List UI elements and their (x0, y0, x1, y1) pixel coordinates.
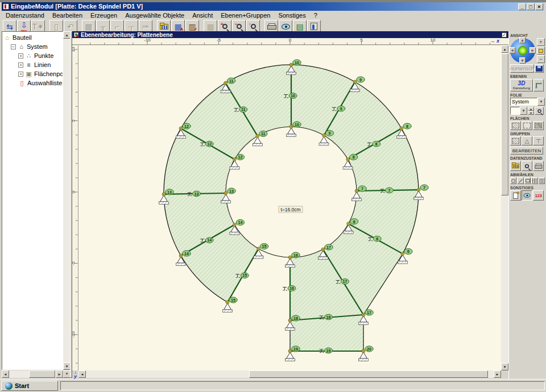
menu-item-7[interactable]: ? (310, 11, 321, 19)
canvas-scroll-left[interactable]: ◄ (78, 370, 86, 378)
zoom-mode-button[interactable] (537, 47, 545, 55)
bearbeiten-button[interactable]: BEARBEITEN (510, 147, 543, 155)
gruppen-lager-button[interactable]: △ (522, 136, 532, 145)
svg-text:6: 6 (407, 249, 410, 253)
node[interactable]: 19 (286, 346, 300, 361)
folie-search-button[interactable] (535, 107, 544, 115)
abwaehlen-punkte-button[interactable] (510, 177, 516, 184)
canvas-title: Ebenenbearbeitung: Plattenebene (81, 32, 173, 38)
pan-right-button[interactable]: ► (530, 47, 536, 53)
svg-text:9: 9 (359, 78, 362, 82)
folie-value[interactable]: System (510, 98, 537, 106)
sonstiges-nummern-button[interactable]: 123 (533, 190, 544, 201)
menu-item-0[interactable]: Datenzustand (2, 11, 48, 19)
ebenen-graph-button[interactable] (533, 79, 544, 91)
menu-item-2[interactable]: Erzeugen (86, 11, 121, 19)
eye-icon (524, 193, 531, 198)
menu-item-1[interactable]: Bearbeiten (48, 11, 86, 19)
zoom-out-panel-button[interactable]: − (537, 55, 545, 63)
canvas-scroll-down[interactable]: ▼ (501, 363, 508, 370)
folie-combobox[interactable]: System ▼ (510, 98, 545, 106)
expand-icon[interactable]: + (18, 72, 23, 77)
tree-hscrollbar[interactable]: ◄ ► (2, 370, 63, 378)
pan-down-button[interactable]: ▼ (519, 57, 526, 64)
svg-text:t=16.0cm: t=16.0cm (280, 207, 300, 212)
expand-icon[interactable]: + (18, 62, 23, 68)
numbers-icon: 123 (535, 193, 542, 198)
folie-spin-up[interactable]: ▲ (528, 107, 534, 111)
expand-icon[interactable]: + (18, 53, 23, 59)
canvas-vscrollbar[interactable]: ▲ ▼ (501, 45, 508, 370)
menu-item-3[interactable]: Ausgewählte Objekte (121, 11, 188, 19)
gruppen-flaeche-button[interactable] (510, 136, 521, 145)
darstellung-3d-button[interactable]: 3D Darstellung (510, 79, 533, 91)
svg-text:18: 18 (326, 315, 331, 319)
view-center-button[interactable] (518, 46, 527, 55)
canvas-area: Ebenenbearbeitung: Plattenebene ✓ -10-50… (72, 31, 508, 378)
abwaehlen-linien-button[interactable] (517, 177, 523, 184)
abwaehlen-raster-button[interactable] (539, 177, 545, 184)
gruppen-traeger-button[interactable]: ⊤ (533, 136, 544, 145)
close-button[interactable]: × (535, 3, 543, 10)
canvas-scroll-up[interactable]: ▲ (501, 45, 508, 53)
drawing-area[interactable]: 6789101112131415161718196677889910101111… (78, 45, 501, 370)
tree-label: System (27, 43, 48, 50)
sonstiges-neue-position-button[interactable]: ✱ (510, 190, 521, 201)
tree-label: Punkte (34, 52, 53, 59)
pan-left-button[interactable]: ◄ (509, 47, 515, 53)
stamp-icon (535, 164, 542, 169)
canvas-hscroll-thumb[interactable] (249, 370, 488, 378)
folie-sub-value[interactable] (510, 107, 520, 115)
folie-dropdown-icon[interactable]: ▼ (537, 98, 545, 106)
folie-sub-dropdown-icon[interactable]: ▼ (520, 107, 527, 115)
disk-icon (536, 66, 543, 72)
section-ebenen: EBENEN (510, 74, 545, 78)
tree-item-bauteil[interactable]: ⌂Bauteil (3, 33, 63, 42)
profil-icon: ⌐ (115, 23, 119, 31)
start-button[interactable]: Start (1, 381, 58, 391)
svg-text:5: 5 (360, 38, 363, 43)
abwaehlen-flaechen-button[interactable] (524, 177, 531, 184)
tree-item-flächenpositionen[interactable]: +▣Flächenpositionen (3, 69, 63, 78)
minimize-button[interactable]: _ (518, 3, 526, 10)
tree-scroll-thumb[interactable] (29, 370, 55, 378)
canvas-hscrollbar[interactable]: ◄ ► (78, 370, 501, 378)
datenzustand-stempel-button[interactable] (533, 161, 544, 171)
pan-up-button[interactable]: ▲ (519, 37, 526, 43)
numerisch-button[interactable]: numerisch (510, 64, 534, 73)
svg-text:13: 13 (195, 192, 199, 196)
tree-scroll-right[interactable]: ► (56, 370, 63, 378)
flaechen-dense-button[interactable] (533, 121, 544, 130)
plane-visible-checkbox[interactable]: ✓ (502, 32, 507, 37)
svg-text:5: 5 (72, 119, 76, 122)
datenzustand-pruefen-button[interactable] (522, 161, 532, 171)
folie-sub-combobox[interactable]: ▼ (510, 107, 527, 115)
view-navigation-control[interactable]: ▲ ◄ ► ▼ (510, 38, 535, 63)
tree-item-auswahllisten[interactable]: ▯Auswahllisten (3, 78, 63, 87)
tree-item-system[interactable]: −⌂System (3, 42, 63, 51)
folie-spin-down[interactable]: ▼ (528, 111, 534, 115)
maximize-button[interactable]: □ (527, 3, 535, 10)
menu-item-5[interactable]: Ebenen+Gruppen (217, 11, 274, 19)
sonstiges-ansicht-button[interactable] (522, 190, 532, 201)
svg-text:12: 12 (238, 155, 243, 159)
datenzustand-speichern-button[interactable] (510, 161, 521, 171)
canvas-scroll-right[interactable]: ► (494, 370, 501, 378)
menu-item-6[interactable]: Sonstiges (274, 11, 309, 19)
menu-item-4[interactable]: Ansicht (188, 11, 217, 19)
flaechen-outline-button[interactable] (522, 121, 532, 130)
abwaehlen-bars-button[interactable] (531, 177, 537, 184)
tree-scroll-left[interactable]: ◄ (2, 370, 9, 378)
tree-icon: ∴ (25, 52, 32, 59)
plate-drawing[interactable]: 6789101112131415161718196677889910101111… (78, 45, 501, 370)
zoom-in-panel-button[interactable]: + (537, 38, 545, 46)
canvas-vscroll-thumb[interactable] (501, 53, 508, 195)
hatch-icon (512, 123, 519, 128)
save-view-button[interactable] (535, 64, 544, 73)
collapse-icon[interactable]: − (11, 44, 16, 49)
tree-item-linien[interactable]: +≡Linien (3, 60, 63, 69)
tree-item-punkte[interactable]: +∴Punkte (3, 51, 63, 60)
svg-text:17: 17 (326, 245, 331, 249)
group-hatch-icon (512, 138, 519, 144)
flaechen-hatch-button[interactable] (510, 121, 521, 130)
